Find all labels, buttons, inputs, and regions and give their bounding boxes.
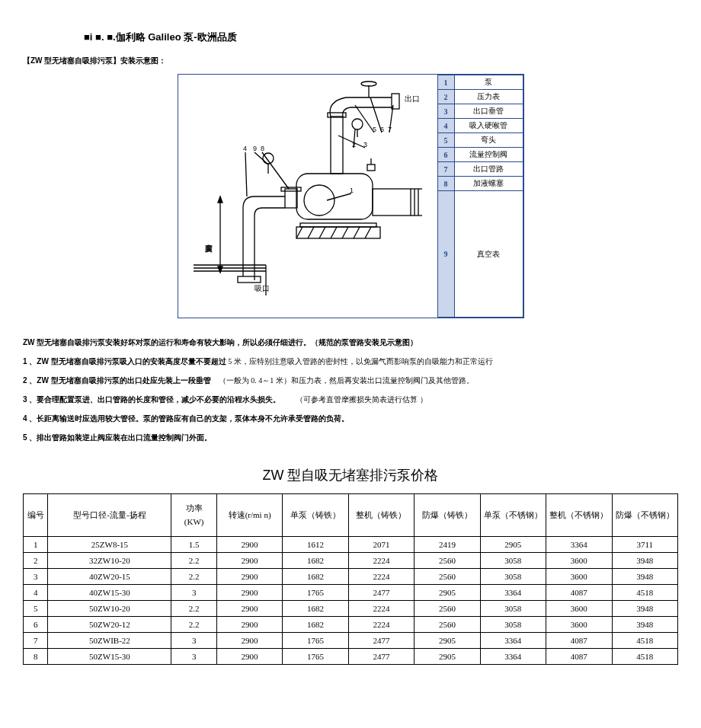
th-p4: 单泵（不锈钢）: [480, 494, 546, 537]
diagram-container: 498 23 567 1 出口 安装高度 吸口: [23, 74, 678, 318]
note-3b: （可参考直管摩擦损失简表进行估算 ）: [296, 395, 427, 404]
cell-p2: 2477: [348, 649, 414, 665]
cell-p5: 4087: [546, 649, 612, 665]
cell-p1: 1682: [283, 553, 348, 569]
legend-no: 4: [437, 119, 454, 133]
svg-rect-5: [300, 223, 376, 227]
th-p1: 单泵（铸铁）: [283, 494, 348, 537]
svg-line-38: [245, 152, 247, 196]
cell-p6: 4518: [612, 633, 677, 649]
svg-text:8: 8: [261, 145, 264, 152]
svg-point-6: [304, 185, 334, 216]
svg-text:1: 1: [350, 187, 354, 194]
cell-rpm: 2900: [216, 569, 282, 585]
cell-no: 8: [24, 649, 48, 665]
cell-no: 6: [24, 617, 48, 633]
table-row: 850ZW15-3032900176524772905336440874518: [24, 649, 678, 665]
table-row: 440ZW15-3032900176524772905336440874518: [24, 585, 678, 601]
cell-p6: 3948: [612, 553, 677, 569]
installation-diagram: 498 23 567 1 出口 安装高度 吸口: [178, 75, 437, 295]
cell-p3: 2419: [415, 537, 480, 553]
cell-model: 40ZW15-30: [48, 585, 171, 601]
cell-p3: 2560: [415, 569, 480, 585]
cell-p1: 1682: [283, 569, 348, 585]
cell-p3: 2560: [415, 553, 480, 569]
th-p6: 防爆（不锈钢）: [612, 494, 677, 537]
th-p3: 防爆（铸铁）: [415, 494, 480, 537]
table-row: 232ZW10-202.2290016822224256030583600394…: [24, 553, 678, 569]
note-0: ZW 型无堵塞自吸排污泵安装好坏对泵的运行和寿命有较大影响，所以必须仔细进行。（…: [23, 338, 418, 346]
cell-p5: 3600: [546, 569, 612, 585]
cell-model: 50ZW10-20: [48, 601, 171, 617]
cell-p4: 3364: [480, 633, 546, 649]
th-power: 功率(KW): [171, 494, 216, 537]
cell-power: 3: [171, 585, 216, 601]
cell-p4: 3058: [480, 617, 546, 633]
svg-rect-25: [238, 276, 261, 283]
page-title: ■i ■. ■.伽利略 Galileo 泵-欧洲品质: [84, 30, 678, 44]
table-row: 650ZW20-122.2290016822224256030583600394…: [24, 617, 678, 633]
diagram-box: 498 23 567 1 出口 安装高度 吸口: [178, 74, 524, 318]
cell-rpm: 2900: [216, 649, 282, 665]
cell-rpm: 2900: [216, 601, 282, 617]
cell-p3: 2905: [415, 649, 480, 665]
cell-model: 50ZW20-12: [48, 617, 171, 633]
legend-name: 加液螺塞: [454, 177, 523, 191]
cell-p2: 2477: [348, 633, 414, 649]
legend-no: 6: [437, 148, 454, 162]
svg-line-46: [327, 193, 351, 200]
cell-p6: 3948: [612, 617, 677, 633]
price-table: 编号 型号口径-流量-扬程 功率(KW) 转速(r/mi n) 单泵（铸铁） 整…: [23, 493, 678, 665]
label-install-height: 安装高度: [204, 244, 212, 253]
cell-model: 50ZW15-30: [48, 649, 171, 665]
svg-line-40: [262, 152, 289, 189]
cell-no: 2: [24, 553, 48, 569]
note-5: 5 、排出管路如装逆止阀应装在出口流量控制阀门外面。: [23, 429, 678, 447]
cell-no: 7: [24, 633, 48, 649]
svg-rect-21: [285, 189, 297, 208]
cell-p4: 3058: [480, 601, 546, 617]
legend-name: 出口管路: [454, 162, 523, 177]
legend-name: 吸入硬喉管: [454, 119, 523, 133]
cell-power: 2.2: [171, 617, 216, 633]
legend-no: 1: [437, 75, 454, 90]
note-4: 4 、长距离输送时应选用较大管径。泵的管路应有自己的支架，泵体本身不允许承受管路…: [23, 410, 678, 428]
svg-marker-28: [218, 267, 222, 273]
th-p2: 整机（铸铁）: [348, 494, 414, 537]
cell-model: 40ZW20-15: [48, 569, 171, 585]
notes-block: ZW 型无堵塞自吸排污泵安装好坏对泵的运行和寿命有较大影响，所以必须仔细进行。（…: [23, 334, 678, 447]
cell-no: 3: [24, 569, 48, 585]
label-inlet: 吸口: [254, 284, 270, 292]
cell-p6: 4518: [612, 585, 677, 601]
svg-point-23: [263, 153, 274, 164]
note-2b: （一般为 0. 4～1 米）和压力表，然后再安装出口流量控制阀门及其他管路。: [219, 376, 474, 385]
cell-rpm: 2900: [216, 617, 282, 633]
cell-no: 4: [24, 585, 48, 601]
cell-p4: 3058: [480, 569, 546, 585]
cell-model: 50ZWIB-22: [48, 633, 171, 649]
table-row: 750ZWIB-2232900176524772905336440874518: [24, 633, 678, 649]
legend-name: 真空表: [454, 191, 523, 318]
legend-name: 泵: [454, 75, 523, 90]
cell-p2: 2224: [348, 569, 414, 585]
svg-marker-27: [218, 196, 222, 203]
svg-rect-19: [367, 164, 375, 171]
note-1a: 1 、ZW 型无堵塞自吸排污泵吸入口的安装高度尽量不要超过: [23, 357, 226, 366]
cell-model: 25ZW8-15: [48, 537, 171, 553]
legend-name: 压力表: [454, 90, 523, 104]
cell-power: 2.2: [171, 569, 216, 585]
legend-name: 出口垂管: [454, 104, 523, 119]
cell-p1: 1765: [283, 649, 348, 665]
price-title: ZW 型自吸无堵塞排污泵价格: [23, 466, 678, 484]
legend-no: 8: [437, 177, 454, 191]
cell-p2: 2224: [348, 553, 414, 569]
cell-p5: 3600: [546, 617, 612, 633]
cell-p3: 2905: [415, 585, 480, 601]
th-rpm: 转速(r/mi n): [216, 494, 282, 537]
cell-power: 2.2: [171, 553, 216, 569]
th-model: 型号口径-流量-扬程: [48, 494, 171, 537]
svg-point-17: [352, 119, 363, 129]
table-row: 550ZW10-202.2290016822224256030583600394…: [24, 601, 678, 617]
legend-no: 9: [437, 191, 454, 318]
table-row: 125ZW8-151.52900161220712419290533643711: [24, 537, 678, 553]
